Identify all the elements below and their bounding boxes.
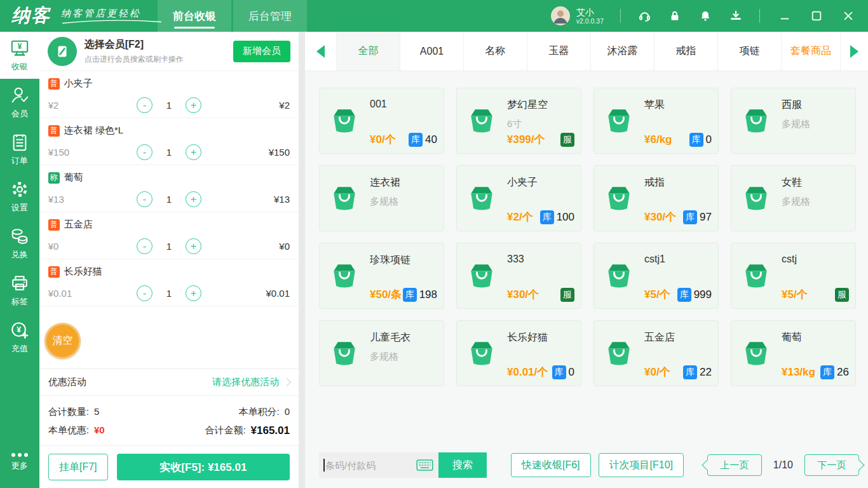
product-area: 全部 A001 名称 玉器 沐浴露 戒指 项链 套餐商品 001 ¥0 bbox=[305, 32, 868, 488]
stock-type-badge: 库 bbox=[683, 210, 697, 224]
lock-icon[interactable] bbox=[668, 9, 682, 23]
cart-item[interactable]: 称 葡萄 ¥13 - 1 + ¥13 bbox=[39, 165, 299, 212]
nav-sidebar: ¥ 收银 会员 订单 设置 兑换 标签 ¥ 充值 更多 bbox=[0, 32, 39, 488]
keyboard-icon[interactable] bbox=[416, 459, 433, 471]
cart-item[interactable]: 普 长乐好猫 ¥0.01 - 1 + ¥0.01 bbox=[39, 259, 299, 306]
category-tab[interactable]: 玉器 bbox=[527, 32, 591, 71]
mode-tabs: 前台收银 后台管理 bbox=[158, 0, 309, 32]
product-bag-icon bbox=[602, 104, 635, 137]
product-bag-icon bbox=[602, 337, 635, 370]
product-card[interactable]: 儿童毛衣 多规格 bbox=[319, 320, 444, 386]
scroll-categories-right-button[interactable] bbox=[840, 32, 868, 71]
scroll-categories-left-button[interactable] bbox=[305, 32, 337, 71]
close-button[interactable] bbox=[840, 8, 857, 24]
product-card[interactable]: cstj ¥5/个 服 bbox=[731, 243, 856, 309]
product-card[interactable]: 333 ¥30/个 服 bbox=[456, 243, 581, 309]
add-member-button[interactable]: 新增会员 bbox=[233, 41, 290, 62]
product-card[interactable]: 苹果 ¥6/kg 库 0 bbox=[593, 88, 719, 154]
product-card[interactable]: 001 ¥0/个 库 40 bbox=[319, 88, 444, 154]
text-caret bbox=[323, 459, 325, 471]
sidebar-item-orders[interactable]: 订单 bbox=[0, 126, 39, 173]
next-page-button[interactable]: 下一页 bbox=[804, 454, 859, 476]
product-name: cstj bbox=[782, 254, 849, 265]
sidebar-label: 会员 bbox=[11, 108, 28, 119]
product-card[interactable]: 女鞋 多规格 bbox=[731, 165, 856, 231]
sidebar-item-more[interactable]: 更多 bbox=[0, 438, 39, 485]
decrease-qty-button[interactable]: - bbox=[137, 97, 153, 113]
decrease-qty-button[interactable]: - bbox=[137, 238, 153, 254]
hold-order-button[interactable]: 挂单[F7] bbox=[48, 454, 108, 480]
category-tab-all[interactable]: 全部 bbox=[337, 32, 400, 71]
product-card[interactable]: 梦幻星空 6寸 ¥399/个 服 bbox=[456, 88, 581, 154]
category-tab[interactable]: 项链 bbox=[718, 32, 782, 71]
cart-item[interactable]: 普 连衣裙 绿色*L ¥150 - 1 + ¥150 bbox=[39, 118, 299, 165]
product-name: 葡萄 bbox=[782, 331, 849, 344]
product-card[interactable]: 长乐好猫 ¥0.01/个 库 0 bbox=[456, 320, 581, 386]
product-price: ¥30/个 bbox=[507, 287, 539, 302]
increase-qty-button[interactable]: + bbox=[186, 144, 201, 160]
cart-item[interactable]: 普 小夹子 ¥2 - 1 + ¥2 bbox=[39, 71, 299, 118]
product-bag-icon bbox=[328, 104, 361, 137]
quick-cashier-button[interactable]: 快速收银[F6] bbox=[511, 453, 591, 477]
product-card[interactable]: 葡萄 ¥13/kg 库 26 bbox=[731, 320, 856, 386]
maximize-button[interactable] bbox=[808, 8, 825, 24]
category-tab[interactable]: 名称 bbox=[464, 32, 527, 71]
clear-cart-button[interactable]: 清空 bbox=[44, 323, 81, 359]
sidebar-item-label[interactable]: 标签 bbox=[0, 267, 39, 314]
stock-count: 198 bbox=[419, 288, 437, 301]
increase-qty-button[interactable]: + bbox=[186, 238, 201, 254]
cart-item[interactable]: 普 五金店 ¥0 - 1 + ¥0 bbox=[39, 212, 299, 259]
stock-group: 服 bbox=[560, 133, 574, 147]
increase-qty-button[interactable]: + bbox=[186, 285, 201, 301]
category-tab[interactable]: 沐浴露 bbox=[591, 32, 654, 71]
item-qty[interactable]: 1 bbox=[153, 194, 186, 205]
product-card[interactable]: 五金店 ¥0/个 库 22 bbox=[593, 320, 719, 386]
item-qty[interactable]: 1 bbox=[153, 147, 186, 158]
product-card[interactable]: 珍珠项链 ¥50/条 库 198 bbox=[319, 243, 444, 309]
decrease-qty-button[interactable]: - bbox=[137, 144, 153, 160]
bell-icon[interactable] bbox=[698, 9, 712, 23]
item-qty[interactable]: 1 bbox=[153, 100, 186, 111]
product-card[interactable]: cstj1 ¥5/个 库 999 bbox=[593, 243, 719, 309]
download-update-icon[interactable] bbox=[729, 9, 743, 23]
category-tab-package[interactable]: 套餐商品 bbox=[782, 32, 840, 71]
barcode-input[interactable] bbox=[319, 460, 411, 471]
decrease-qty-button[interactable]: - bbox=[137, 285, 153, 301]
support-headset-icon[interactable] bbox=[637, 9, 651, 23]
item-qty[interactable]: 1 bbox=[153, 241, 186, 252]
product-card[interactable]: 戒指 ¥30/个 库 97 bbox=[593, 165, 719, 231]
product-price: ¥50/条 bbox=[370, 287, 402, 302]
sidebar-item-member[interactable]: 会员 bbox=[0, 79, 39, 126]
product-card[interactable]: 连衣裙 多规格 bbox=[319, 165, 444, 231]
tab-back-manage[interactable]: 后台管理 bbox=[233, 0, 307, 32]
sidebar-item-recharge[interactable]: ¥ 充值 bbox=[0, 314, 39, 361]
product-name: 儿童毛衣 bbox=[370, 331, 437, 344]
promo-select-link[interactable]: 请选择优惠活动 bbox=[212, 376, 279, 388]
app-logo: 纳客 bbox=[11, 3, 51, 29]
avatar[interactable] bbox=[551, 6, 570, 25]
member-select-bar[interactable]: 选择会员[F2] 点击进行会员搜索或刷卡操作 新增会员 bbox=[39, 32, 299, 71]
user-meta: 艾小 v2.0.0.37 bbox=[576, 7, 604, 25]
category-tab[interactable]: 戒指 bbox=[654, 32, 718, 71]
minimize-button[interactable] bbox=[776, 8, 793, 24]
product-bag-icon bbox=[740, 337, 773, 370]
item-qty[interactable]: 1 bbox=[153, 288, 186, 299]
pay-button[interactable]: 实收[F5]: ¥165.01 bbox=[117, 454, 290, 480]
product-price: ¥30/个 bbox=[644, 210, 676, 224]
product-price: ¥5/个 bbox=[644, 287, 670, 302]
increase-qty-button[interactable]: + bbox=[186, 97, 201, 113]
product-card[interactable]: 小夹子 ¥2/个 库 100 bbox=[456, 165, 581, 231]
increase-qty-button[interactable]: + bbox=[186, 191, 201, 207]
prev-page-button[interactable]: 上一页 bbox=[707, 454, 762, 476]
stock-type-badge: 服 bbox=[560, 288, 574, 302]
sidebar-item-exchange[interactable]: 兑换 bbox=[0, 220, 39, 267]
search-button[interactable]: 搜索 bbox=[438, 452, 487, 478]
sidebar-item-cashier[interactable]: ¥ 收银 bbox=[0, 32, 39, 79]
sidebar-item-settings[interactable]: 设置 bbox=[0, 173, 39, 220]
tab-front-cashier[interactable]: 前台收银 bbox=[158, 0, 231, 32]
product-card[interactable]: 西服 多规格 bbox=[731, 88, 856, 154]
count-item-button[interactable]: 计次项目[F10] bbox=[599, 453, 684, 477]
product-spec: 多规格 bbox=[782, 196, 849, 208]
category-tab[interactable]: A001 bbox=[400, 32, 464, 71]
decrease-qty-button[interactable]: - bbox=[137, 191, 153, 207]
